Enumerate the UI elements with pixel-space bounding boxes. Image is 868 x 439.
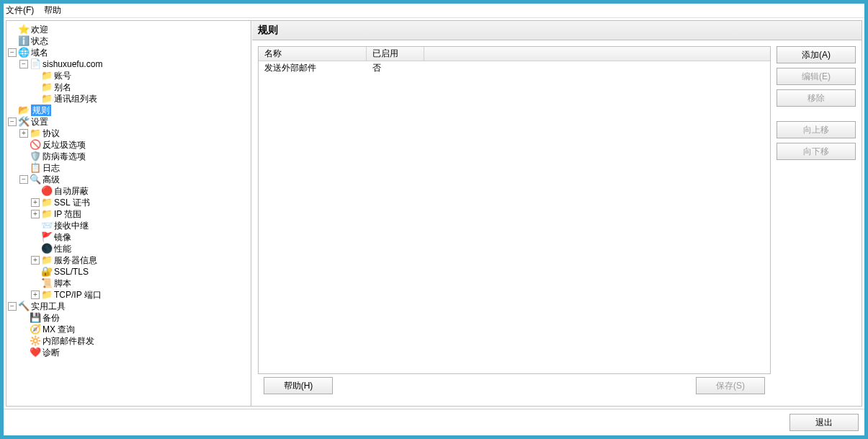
gauge-icon: 🌑 xyxy=(41,243,53,254)
tree-ssltls[interactable]: SSL/TLS xyxy=(54,266,89,278)
folder-icon: 📁 xyxy=(41,208,53,220)
folder-icon: 📁 xyxy=(41,70,53,81)
folder-icon: 📁 xyxy=(41,93,53,105)
tree-mirror[interactable]: 镜像 xyxy=(54,231,71,243)
tree-diagnostics[interactable]: 诊断 xyxy=(42,347,60,358)
table-row[interactable]: 发送外部邮件 否 xyxy=(259,61,770,74)
tree-status[interactable]: 状态 xyxy=(31,35,48,47)
menubar: 文件(F) 帮助 xyxy=(4,4,864,18)
compass-icon: 🧭 xyxy=(30,324,41,335)
disk-icon: 💾 xyxy=(30,312,41,324)
tree-advanced[interactable]: 高级 xyxy=(42,174,60,185)
exit-button[interactable]: 退出 xyxy=(789,414,859,431)
expander-icon[interactable]: − xyxy=(19,175,28,184)
remove-button[interactable]: 移除 xyxy=(777,89,856,107)
shield-icon: 🛡️ xyxy=(30,151,41,162)
lock-icon: 🔐 xyxy=(41,266,53,278)
expander-icon[interactable]: + xyxy=(31,210,40,218)
globe-icon: 🌐 xyxy=(18,47,30,58)
tree-logging[interactable]: 日志 xyxy=(42,162,60,174)
tree-domain-name[interactable]: sishuxuefu.com xyxy=(42,58,102,70)
info-icon: ℹ️ xyxy=(18,35,30,47)
footer-bar: 退出 xyxy=(4,409,864,435)
expander-icon[interactable]: − xyxy=(8,117,17,126)
flag-icon: 🚩 xyxy=(41,231,53,243)
script-icon: 📜 xyxy=(41,278,53,289)
magnifier-icon: 🔍 xyxy=(30,174,41,185)
folder-icon: 📁 xyxy=(41,254,53,266)
edit-button[interactable]: 编辑(E) xyxy=(777,68,856,85)
menu-file[interactable]: 文件(F) xyxy=(6,4,34,17)
row-enabled: 否 xyxy=(367,62,424,74)
col-enabled[interactable]: 已启用 xyxy=(367,47,424,61)
hammer-icon: 🔨 xyxy=(18,301,30,312)
navigation-tree[interactable]: ⭐欢迎 ℹ️状态 −🌐域名 −📄sishuxuefu.com 📁账号 📁别名 📁… xyxy=(6,21,251,406)
tree-performance[interactable]: 性能 xyxy=(54,243,71,254)
tree-settings[interactable]: 设置 xyxy=(31,116,48,128)
main-panel: 规则 名称 已启用 发送外部邮件 否 xyxy=(251,21,862,406)
page-icon: 📄 xyxy=(30,58,41,70)
expander-icon[interactable]: − xyxy=(8,302,17,311)
folder-open-icon: 📂 xyxy=(18,105,30,116)
folder-icon: 📁 xyxy=(41,81,53,93)
expander-icon[interactable]: + xyxy=(31,291,40,299)
folder-icon: 📁 xyxy=(41,289,53,301)
tools-icon: 🛠️ xyxy=(18,116,30,128)
row-name: 发送外部邮件 xyxy=(259,62,367,74)
mail-icon: 📨 xyxy=(41,220,53,231)
movedown-button[interactable]: 向下移 xyxy=(777,143,856,160)
action-buttons: 添加(A) 编辑(E) 移除 向上移 向下移 xyxy=(777,46,856,400)
expander-icon[interactable]: − xyxy=(19,60,28,68)
log-icon: 📋 xyxy=(30,162,41,174)
save-button[interactable]: 保存(S) xyxy=(696,377,765,394)
tree-serverinfo[interactable]: 服务器信息 xyxy=(54,254,97,266)
menu-help[interactable]: 帮助 xyxy=(44,4,61,17)
expander-icon[interactable]: − xyxy=(8,48,17,57)
folder-icon: 📁 xyxy=(41,197,53,208)
expander-icon[interactable]: + xyxy=(19,129,28,138)
tree-incoming[interactable]: 接收中继 xyxy=(54,220,89,231)
folder-icon: 📁 xyxy=(30,128,41,139)
star-icon: ⭐ xyxy=(18,24,30,35)
expander-icon[interactable]: + xyxy=(31,198,40,207)
tree-protocols[interactable]: 协议 xyxy=(42,128,60,139)
tree-sslcerts[interactable]: SSL 证书 xyxy=(54,197,90,208)
tree-utilities[interactable]: 实用工具 xyxy=(31,301,66,312)
tree-domains[interactable]: 域名 xyxy=(31,47,48,58)
panel-title: 规则 xyxy=(252,21,862,40)
block-icon: 🚫 xyxy=(30,139,41,151)
tree-autoban[interactable]: 自动屏蔽 xyxy=(54,185,89,197)
tree-backup[interactable]: 备份 xyxy=(42,312,60,324)
broadcast-icon: 🔆 xyxy=(30,335,41,347)
tree-antivirus[interactable]: 防病毒选项 xyxy=(42,151,86,162)
moveup-button[interactable]: 向上移 xyxy=(777,121,856,138)
tree-welcome[interactable]: 欢迎 xyxy=(31,24,48,35)
red-dot-icon: 🔴 xyxy=(41,185,53,197)
heart-icon: ❤️ xyxy=(30,347,41,358)
help-button[interactable]: 帮助(H) xyxy=(264,377,333,394)
tree-ipranges[interactable]: IP 范围 xyxy=(54,208,81,220)
tree-mxquery[interactable]: MX 查询 xyxy=(42,324,75,335)
tree-antispam[interactable]: 反垃圾选项 xyxy=(42,139,86,151)
tree-accounts[interactable]: 账号 xyxy=(54,70,71,81)
tree-rules[interactable]: 规则 xyxy=(31,105,51,116)
tree-aliases[interactable]: 别名 xyxy=(54,81,71,93)
tree-massmail[interactable]: 内部邮件群发 xyxy=(42,335,94,347)
rules-list[interactable]: 名称 已启用 发送外部邮件 否 xyxy=(258,46,771,374)
col-name[interactable]: 名称 xyxy=(259,47,367,61)
add-button[interactable]: 添加(A) xyxy=(777,46,856,63)
tree-distlists[interactable]: 通讯组列表 xyxy=(54,93,97,105)
list-header: 名称 已启用 xyxy=(259,47,770,61)
tree-tcpip[interactable]: TCP/IP 端口 xyxy=(54,289,102,301)
tree-scripts[interactable]: 脚本 xyxy=(54,278,71,289)
content-area: ⭐欢迎 ℹ️状态 −🌐域名 −📄sishuxuefu.com 📁账号 📁别名 📁… xyxy=(6,20,862,407)
expander-icon[interactable]: + xyxy=(31,256,40,265)
